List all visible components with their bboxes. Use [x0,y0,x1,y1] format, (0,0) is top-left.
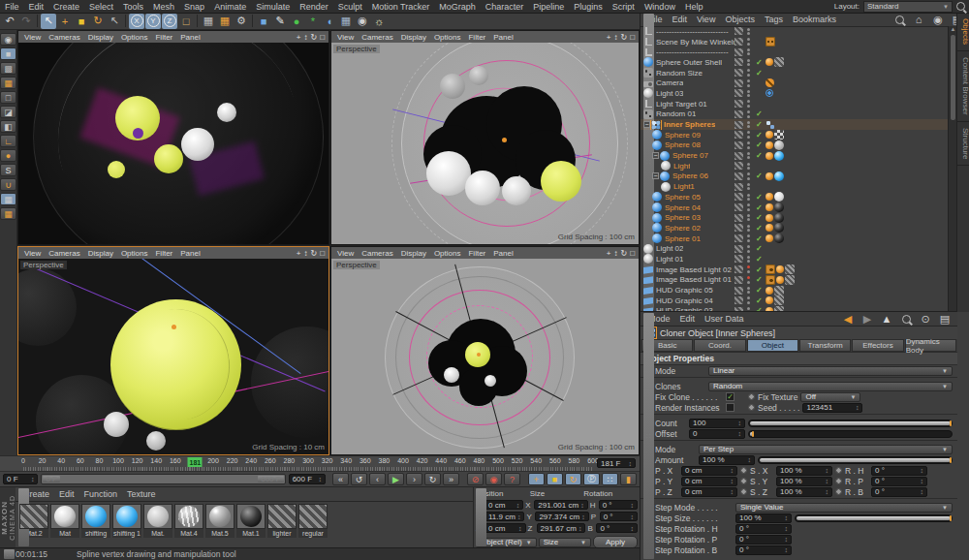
editor-visibility-dot[interactable] [747,245,750,248]
editor-visibility-dot[interactable] [747,38,750,41]
visibility-dots[interactable] [747,100,750,108]
transform-field-r-b[interactable]: 0 °↕ [871,487,927,497]
last-tool-icon[interactable]: ↖ [107,14,122,29]
goto-end-button[interactable]: » [443,473,459,485]
editor-visibility-dot[interactable] [747,256,750,259]
iteration-mode-dropdown[interactable]: Per Step ▼ [699,445,953,454]
render-visibility-dot[interactable] [747,239,750,242]
spinner-icon[interactable]: ↕ [919,467,924,474]
phong-tag-icon[interactable] [766,296,773,304]
layer-color-chip[interactable] [735,58,743,66]
spinner-icon[interactable]: ↕ [736,430,742,437]
expand-toggle-icon[interactable]: − [652,152,659,159]
animation-dot-icon[interactable] [748,404,755,411]
object-row-image-based-light-01[interactable]: Image Based Light 01✓ [641,275,949,286]
material-item-shifting[interactable]: shifting [81,504,110,538]
viewport-menu-cameras[interactable]: Cameras [45,249,83,258]
mat-white-tag-icon[interactable] [774,192,784,202]
viewport-menu-panel[interactable]: Panel [176,33,203,42]
spinner-icon[interactable]: ↕ [629,525,635,532]
object-row-hud-graphic-05[interactable]: HUD Graphic 05✓ [641,285,949,296]
render-visibility-dot[interactable] [747,198,750,201]
object-row-sphere-08[interactable]: Sphere 08✓ [641,140,949,151]
om-menu-objects[interactable]: Objects [720,15,760,24]
visibility-dots[interactable] [747,28,750,36]
viewport-canvas[interactable]: Perspective Grid Spacing : 10 cm [18,259,328,454]
spinner-icon[interactable]: ↕ [579,513,585,520]
menu-window[interactable]: Window [640,2,680,12]
phong-tag-icon[interactable] [766,152,773,160]
visibility-dots[interactable] [747,172,750,180]
object-row-hud-graphic-04[interactable]: HUD Graphic 04✓ [641,296,949,306]
menu-create[interactable]: Create [48,2,84,12]
key-rotation-toggle[interactable]: ↻ [565,473,581,485]
viewport-menu-cameras[interactable]: Cameras [358,33,396,42]
viewport-rotate-icon[interactable]: ↻ [310,249,317,258]
spinner-icon[interactable]: ↕ [824,488,829,495]
size-field-z[interactable]: 291.67 cm↕ [537,523,586,533]
layer-color-chip[interactable] [735,79,743,87]
side-tab-structure[interactable]: Structure [957,122,969,166]
transform-field-s-x[interactable]: 100 %↕ [776,466,832,476]
next-frame-button[interactable]: › [406,473,422,485]
menu-motion-tracker[interactable]: Motion Tracker [367,2,435,12]
viewport-menu-view[interactable]: View [20,249,45,258]
editor-visibility-dot[interactable] [747,90,750,93]
viewport-dolly-icon[interactable]: ↕ [303,249,307,258]
editor-visibility-dot[interactable] [747,183,750,186]
viewport-maximize-icon[interactable]: □ [630,33,635,42]
spinner-icon[interactable]: ↕ [629,513,635,520]
editor-visibility-dot[interactable] [747,265,750,268]
editor-visibility-dot[interactable] [747,307,750,310]
layer-color-chip[interactable] [735,203,743,211]
layer-color-chip[interactable] [735,183,743,191]
layer-color-chip[interactable] [735,265,743,273]
om-menu-tags[interactable]: Tags [760,15,788,24]
viewport-canvas[interactable]: Perspective Grid Spacing : 100 cm [331,43,639,244]
enabled-check-icon[interactable]: ✓ [756,151,763,160]
visibility-dots[interactable] [747,90,750,98]
enabled-check-icon[interactable]: ✓ [756,193,763,202]
spinner-icon[interactable]: ↕ [729,467,735,474]
phong-tag-icon[interactable] [766,234,773,242]
visibility-dots[interactable] [747,163,750,171]
object-row-sphere-04[interactable]: Sphere 04✓ [641,202,949,213]
spinner-icon[interactable]: ↕ [783,525,789,532]
viewport-menu-cameras[interactable]: Cameras [358,249,396,258]
render-visibility-dot[interactable] [747,43,750,46]
tex-tag-icon[interactable] [785,275,795,285]
mat-dark-tag-icon[interactable] [774,233,784,243]
side-tab-content-browser[interactable]: Content Browser [957,51,969,122]
tab-effectors[interactable]: Effectors [852,339,903,352]
current-frame-marker[interactable]: 181 [188,457,203,467]
visibility-dots[interactable] [747,296,750,304]
menu-snap[interactable]: Snap [179,2,209,12]
snap-toggle-icon[interactable]: S [0,164,16,176]
live-selection-icon[interactable]: ↖ [41,14,56,29]
mat-checker-tag-icon[interactable] [774,130,784,140]
step-field[interactable]: 0 °↕ [735,545,792,555]
om-menu-bookmarks[interactable]: Bookmarks [788,15,841,24]
size-field-x[interactable]: 291.001 cm↕ [534,500,587,510]
render-visibility-dot[interactable] [747,74,750,77]
menu-pipeline[interactable]: Pipeline [528,2,569,12]
enabled-check-icon[interactable]: ✓ [756,131,763,140]
enabled-check-icon[interactable]: ✓ [756,140,763,149]
viewport-menu-options[interactable]: Options [117,249,152,258]
viewport-top-middle[interactable]: ViewCamerasDisplayOptionsFilterPanel +↕↻… [330,30,640,245]
enabled-check-icon[interactable]: ✓ [756,58,763,67]
viewport-menu-options[interactable]: Options [117,33,152,42]
spinner-icon[interactable]: ↕ [783,546,789,553]
menu-mograph[interactable]: MoGraph [434,2,481,12]
layer-color-chip[interactable] [735,245,743,253]
search-icon[interactable] [956,2,965,11]
menu-help[interactable]: Help [680,2,708,12]
editor-visibility-dot[interactable] [747,121,750,124]
viewport-dolly-icon[interactable]: ↕ [613,33,617,42]
editor-visibility-dot[interactable] [747,131,750,134]
render-visibility-dot[interactable] [747,63,750,66]
spinner-icon[interactable]: ↕ [919,478,924,484]
spinner-icon[interactable]: ↕ [515,502,520,509]
visibility-dots[interactable] [747,256,750,264]
workplane-lock-icon[interactable]: ▦ [0,193,16,205]
